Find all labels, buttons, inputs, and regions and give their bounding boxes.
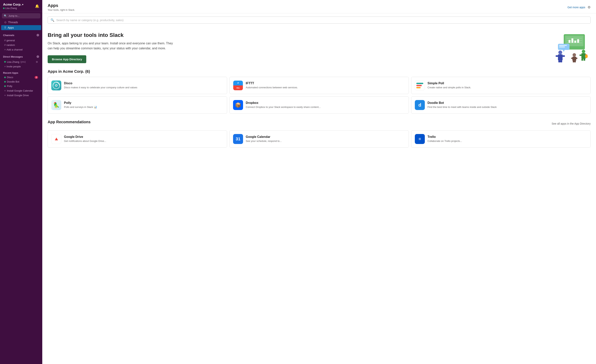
- svg-rect-5: [568, 40, 570, 43]
- trello-logo: ≡: [415, 134, 425, 144]
- svg-rect-29: [580, 55, 582, 56]
- hero-illustration: [552, 32, 591, 63]
- recommendations-title: App Recommendations: [48, 120, 90, 124]
- plus-icon: +: [4, 48, 6, 51]
- app-name-gcal: Google Calendar: [246, 135, 282, 138]
- app-desc-trello: Collaborate on Trello projects...: [427, 139, 462, 143]
- get-more-apps-link[interactable]: Get more apps: [567, 6, 585, 9]
- hash-icon: #: [4, 39, 6, 42]
- add-channel-icon[interactable]: ⊕: [36, 33, 39, 37]
- remove-dm-icon[interactable]: ⊗: [36, 60, 38, 63]
- workspace-chevron-icon: ▾: [22, 3, 23, 6]
- channel-item-general[interactable]: # general: [1, 38, 41, 43]
- workspace-header: Acme Corp. ▾ Lisa Zhang 🔔: [0, 0, 42, 11]
- app-desc-simplepoll: Create native and simple polls in Slack.: [427, 86, 471, 89]
- doodlebot-logo: d: [415, 100, 425, 110]
- app-name-polly: Polly: [64, 101, 97, 105]
- header-title-group: Apps Your tools, right in Slack.: [48, 3, 75, 11]
- gdrive-logo: 🔺: [51, 134, 61, 144]
- plus-icon: +: [4, 89, 6, 92]
- app-card-ifttt[interactable]: if this IFTTT Automated connections betw…: [229, 77, 409, 94]
- recommendations-grid: 🔺 Google Drive Get notifications about G…: [48, 130, 591, 148]
- app-card-dropbox[interactable]: 📦 Dropbox Connect Dropbox to your Slack …: [229, 96, 409, 114]
- search-icon: 🔍: [51, 18, 54, 22]
- svg-rect-15: [556, 55, 558, 57]
- main-content-area: Apps Your tools, right in Slack. Get mor…: [42, 0, 596, 364]
- gcal-icon: 31: [236, 137, 240, 141]
- app-card-simplepoll[interactable]: Simple Poll Create native and simple pol…: [411, 77, 591, 94]
- svg-rect-16: [562, 55, 565, 57]
- workspace-name[interactable]: Acme Corp. ▾: [3, 3, 23, 7]
- svg-rect-17: [558, 60, 560, 62]
- search-bar-container: 🔍: [42, 14, 596, 27]
- svg-rect-24: [574, 61, 576, 62]
- recent-app-polly[interactable]: Polly: [1, 84, 41, 88]
- add-dm-icon[interactable]: ⊕: [36, 55, 39, 59]
- gdrive-icon: 🔺: [53, 136, 59, 142]
- svg-rect-23: [573, 61, 574, 62]
- svg-rect-8: [577, 39, 579, 43]
- app-card-gcal[interactable]: 31 Google Calendar See your schedule, re…: [229, 130, 409, 148]
- recent-app-disco[interactable]: Disco 2: [1, 75, 41, 79]
- svg-rect-7: [574, 41, 576, 43]
- app-status-dot: [4, 85, 6, 87]
- app-card-disco[interactable]: Disco Disco makes it easy to celebrate y…: [48, 77, 227, 94]
- settings-gear-icon[interactable]: ⚙: [588, 5, 591, 9]
- app-name-gdrive: Google Drive: [64, 135, 106, 138]
- apps-in-corp-section: Apps in Acme Corp. (6) Disco: [48, 69, 591, 114]
- app-desc-gdrive: Get notifications about Google Drive...: [64, 139, 106, 143]
- svg-rect-22: [576, 58, 577, 59]
- hero-section: Bring all your tools into Slack On Slack…: [48, 27, 591, 69]
- apps-section-title: Apps in Acme Corp. (6): [48, 69, 591, 74]
- notifications-bell-icon[interactable]: 🔔: [35, 4, 39, 8]
- jump-to-input[interactable]: [8, 15, 38, 17]
- channel-item-random[interactable]: # random: [1, 43, 41, 47]
- install-gdrive-item[interactable]: + Install Google Drive: [1, 93, 41, 97]
- app-name-simplepoll: Simple Poll: [427, 82, 471, 85]
- svg-rect-26: [581, 53, 586, 59]
- app-card-gdrive[interactable]: 🔺 Google Drive Get notifications about G…: [48, 130, 227, 148]
- nav-item-apps[interactable]: ⠿ Apps: [1, 25, 41, 30]
- app-name-trello: Trello: [427, 135, 462, 138]
- hero-description: On Slack, apps belong to you and your te…: [48, 41, 178, 51]
- add-channel-item[interactable]: + Add a channel: [1, 47, 41, 52]
- dm-section-header[interactable]: Direct Messages ⊕: [0, 52, 42, 59]
- recommendations-section: App Recommendations See all apps in the …: [48, 120, 591, 148]
- user-status: Lisa Zhang: [3, 7, 23, 10]
- channels-section-header[interactable]: Channels ⊕: [0, 30, 42, 38]
- svg-rect-14: [558, 54, 563, 60]
- online-status-icon: [3, 7, 5, 9]
- page-subtitle: Your tools, right in Slack.: [48, 8, 75, 11]
- app-card-polly[interactable]: 🦜 Polly Polls and surveys in Slack 📊: [48, 96, 227, 114]
- disco-logo: [51, 80, 61, 90]
- search-input[interactable]: [56, 18, 588, 22]
- app-name-disco: Disco: [64, 82, 137, 85]
- unread-badge: 2: [35, 76, 38, 79]
- dm-item-lisa[interactable]: Lisa Zhang (you) ⊗: [1, 60, 41, 64]
- recent-app-doodlebot[interactable]: Doodle Bot: [1, 80, 41, 84]
- recent-apps-section-header: Recent Apps: [0, 69, 42, 75]
- jump-to-input-container[interactable]: 🔍: [2, 13, 40, 18]
- invite-people-item[interactable]: + Invite people: [1, 64, 41, 69]
- svg-rect-20: [572, 57, 576, 61]
- sidebar: Acme Corp. ▾ Lisa Zhang 🔔 🔍 ⊙ Threads ⠿ …: [0, 0, 42, 364]
- trello-icon: ≡: [419, 137, 421, 141]
- app-card-trello[interactable]: ≡ Trello Collaborate on Trello projects.…: [411, 130, 591, 148]
- see-all-apps-link[interactable]: See all apps in the App Directory: [552, 122, 591, 125]
- nav-item-threads[interactable]: ⊙ Threads: [1, 20, 41, 25]
- app-name-doodlebot: Doodle Bot: [427, 101, 497, 105]
- main-scrollable-content: Bring all your tools into Slack On Slack…: [42, 27, 596, 159]
- svg-point-19: [573, 53, 576, 57]
- svg-marker-10: [563, 50, 565, 52]
- browse-app-directory-button[interactable]: Browse App Directory: [48, 55, 86, 63]
- ifttt-logo: if this: [233, 80, 243, 90]
- svg-rect-30: [581, 59, 583, 61]
- online-dot-icon: [4, 61, 6, 63]
- doodlebot-icon: d: [418, 102, 421, 108]
- dropbox-icon: 📦: [235, 102, 241, 108]
- hero-title: Bring all your tools into Slack: [48, 32, 178, 38]
- install-gcal-item[interactable]: + Install Google Calendar: [1, 88, 41, 93]
- app-status-dot: [4, 77, 6, 78]
- app-card-doodlebot[interactable]: d Doodle Bot Find the best time to meet …: [411, 96, 591, 114]
- svg-rect-31: [583, 59, 585, 61]
